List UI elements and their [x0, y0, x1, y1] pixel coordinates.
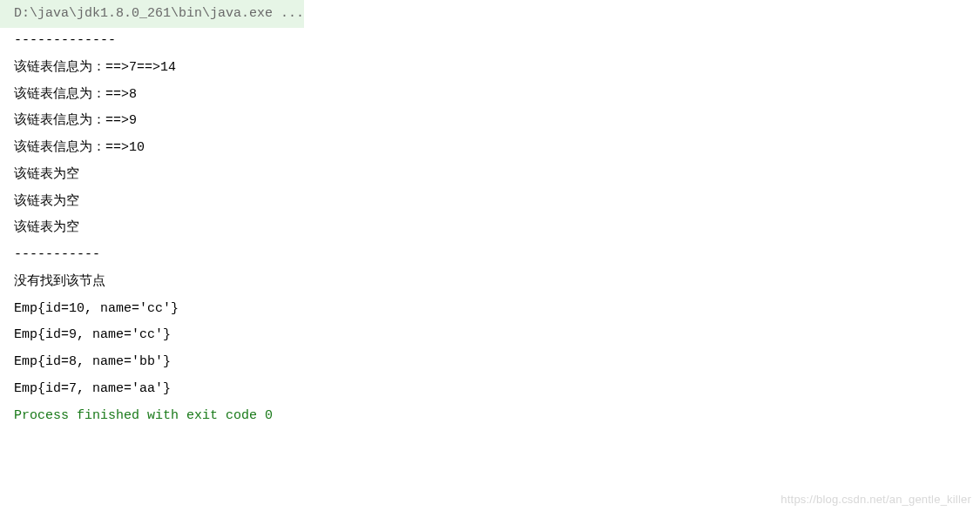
output-line: 该链表信息为：==>8	[0, 82, 980, 109]
output-line: 没有找到该节点	[0, 269, 980, 296]
output-line: Emp{id=7, name='aa'}	[0, 376, 980, 403]
output-line: Emp{id=9, name='cc'}	[0, 322, 980, 349]
watermark: https://blog.csdn.net/an_gentle_killer	[781, 493, 971, 506]
output-line: Emp{id=10, name='cc'}	[0, 296, 980, 323]
output-line: -----------	[0, 242, 980, 269]
output-line: 该链表信息为：==>7==>14	[0, 55, 980, 82]
console-output: D:\java\jdk1.8.0_261\bin\java.exe ... --…	[0, 0, 980, 429]
output-line: 该链表信息为：==>10	[0, 135, 980, 162]
output-line: 该链表为空	[0, 215, 980, 242]
output-line: -------------	[0, 28, 980, 55]
exit-message: Process finished with exit code 0	[0, 403, 980, 430]
output-line: 该链表信息为：==>9	[0, 108, 980, 135]
command-line: D:\java\jdk1.8.0_261\bin\java.exe ...	[0, 0, 304, 28]
output-line: 该链表为空	[0, 189, 980, 216]
output-line: 该链表为空	[0, 162, 980, 189]
output-line: Emp{id=8, name='bb'}	[0, 349, 980, 376]
